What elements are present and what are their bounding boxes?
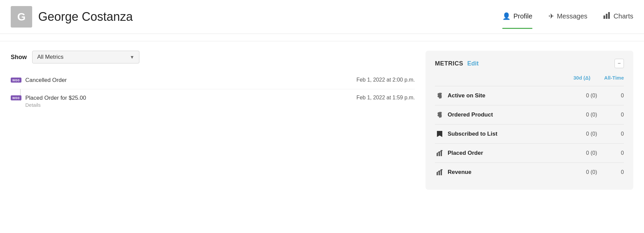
chevron-down-icon: ▼ — [130, 54, 134, 60]
activity-title: Placed Order for $25.00 — [25, 95, 86, 101]
activity-item-placed-order: woo Placed Order for $25.00 Details Feb … — [11, 89, 415, 113]
activity-content: Placed Order for $25.00 Details — [25, 95, 348, 108]
metric-30d-revenue: 0 (0) — [564, 169, 597, 175]
show-label: Show — [11, 54, 27, 61]
metric-label-revenue: Revenue — [448, 169, 564, 176]
metrics-edit-button[interactable]: Edit — [467, 60, 479, 67]
metrics-row-active-on-site: Active on Site 0 (0) 0 — [435, 86, 624, 105]
profile-icon: 👤 — [502, 12, 511, 20]
metric-alltime-active-on-site: 0 — [597, 93, 624, 99]
metric-30d-subscribed-to-list: 0 (0) — [564, 131, 597, 137]
metric-alltime-subscribed-to-list: 0 — [597, 131, 624, 137]
bar-chart-icon — [435, 148, 444, 158]
metric-30d-placed-order: 0 (0) — [564, 150, 597, 156]
gear-icon — [435, 110, 444, 120]
metrics-filter-select[interactable]: All Metrics ▼ — [32, 51, 139, 63]
metrics-header: METRICS Edit − — [435, 59, 624, 68]
activity-date: Feb 1, 2022 at 2:00 p.m. — [348, 77, 415, 83]
sub-header — [0, 34, 644, 41]
messages-icon: ✈ — [549, 12, 554, 20]
metric-30d-ordered-product: 0 (0) — [564, 112, 597, 118]
col-header-alltime: All-Time — [590, 75, 624, 81]
nav-messages[interactable]: ✈ Messages — [549, 12, 587, 21]
nav-profile[interactable]: 👤 Profile — [502, 12, 532, 21]
show-filter: Show All Metrics ▼ — [11, 51, 415, 63]
header-nav: 👤 Profile ✈ Messages Charts — [502, 12, 633, 22]
header: G George Costanza 👤 Profile ✈ Messages C… — [0, 0, 644, 34]
avatar: G — [11, 6, 32, 28]
activity-details-link[interactable]: Details — [25, 102, 348, 108]
metrics-row-placed-order: Placed Order 0 (0) 0 — [435, 143, 624, 162]
main-content: Show All Metrics ▼ woo Cancelled Order F… — [0, 41, 644, 199]
activity-date: Feb 1, 2022 at 1:59 p.m. — [348, 95, 415, 101]
user-name: George Costanza — [38, 10, 133, 24]
nav-messages-label: Messages — [557, 12, 587, 20]
bookmark-icon — [435, 129, 444, 139]
metrics-row-subscribed-to-list: Subscribed to List 0 (0) 0 — [435, 124, 624, 143]
metric-alltime-revenue: 0 — [597, 169, 624, 175]
metric-label-active-on-site: Active on Site — [448, 92, 564, 99]
metrics-table: 30d (Δ) All-Time Active on Site 0 (0) 0 … — [435, 75, 624, 182]
activity-list: woo Cancelled Order Feb 1, 2022 at 2:00 … — [11, 72, 415, 113]
woo-badge: woo — [11, 95, 21, 100]
metrics-title-group: METRICS Edit — [435, 60, 479, 67]
activity-item-cancelled-order: woo Cancelled Order Feb 1, 2022 at 2:00 … — [11, 72, 415, 89]
metrics-row-revenue: Revenue 0 (0) 0 — [435, 162, 624, 182]
select-value: All Metrics — [37, 54, 63, 60]
metrics-collapse-button[interactable]: − — [615, 59, 624, 68]
metrics-row-ordered-product: Ordered Product 0 (0) 0 — [435, 105, 624, 124]
metric-30d-active-on-site: 0 (0) — [564, 93, 597, 99]
svg-rect-0 — [603, 15, 605, 19]
left-panel: Show All Metrics ▼ woo Cancelled Order F… — [11, 51, 415, 113]
metric-label-ordered-product: Ordered Product — [448, 111, 564, 118]
charts-icon — [603, 12, 611, 20]
metric-label-subscribed-to-list: Subscribed to List — [448, 131, 564, 137]
metric-alltime-ordered-product: 0 — [597, 112, 624, 118]
nav-charts-label: Charts — [614, 12, 633, 20]
nav-profile-label: Profile — [513, 12, 532, 20]
metrics-col-headers: 30d (Δ) All-Time — [435, 75, 624, 83]
col-header-30d: 30d (Δ) — [557, 75, 590, 81]
metric-alltime-placed-order: 0 — [597, 150, 624, 156]
svg-rect-2 — [608, 12, 610, 19]
activity-title: Cancelled Order — [25, 77, 67, 83]
woo-badge: woo — [11, 78, 21, 83]
gear-icon — [435, 91, 444, 100]
revenue-chart-icon — [435, 168, 444, 177]
metric-label-placed-order: Placed Order — [448, 150, 564, 156]
svg-rect-1 — [606, 14, 607, 19]
metrics-panel: METRICS Edit − 30d (Δ) All-Time Active o… — [426, 51, 633, 190]
metrics-title: METRICS — [435, 60, 463, 67]
activity-content: Cancelled Order — [25, 77, 348, 84]
nav-charts[interactable]: Charts — [603, 12, 633, 22]
